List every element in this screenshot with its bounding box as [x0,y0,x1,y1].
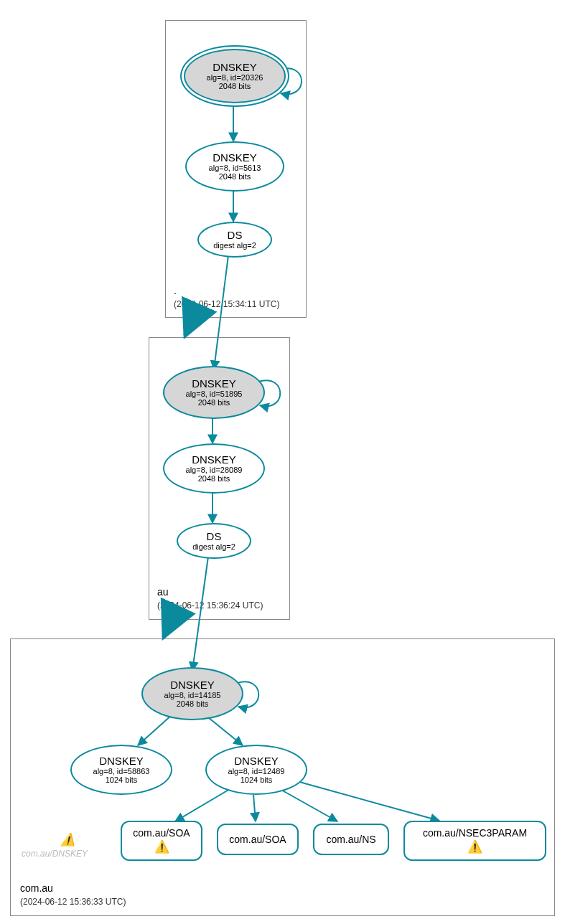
comau-zsk1-alg: alg=8, id=58863 [93,767,150,776]
au-ksk-title: DNSKEY [192,378,236,390]
zone-root-label: . (2024-06-12 15:34:11 UTC) [174,284,279,311]
au-zsk-node[interactable]: DNSKEY alg=8, id=28089 2048 bits [163,443,265,494]
root-ksk-bits: 2048 bits [219,82,251,90]
rrset-ns[interactable]: com.au/NS [313,824,389,855]
rrset-nsec3-label: com.au/NSEC3PARAM [423,826,527,839]
root-ds-node[interactable]: DS digest alg=2 [197,222,272,258]
rrset-ns-label: com.au/NS [326,833,375,846]
au-ds-title: DS [207,531,222,543]
au-ksk-bits: 2048 bits [198,398,230,407]
comau-ksk-title: DNSKEY [170,679,215,692]
root-ksk-node[interactable]: DNSKEY alg=8, id=20326 2048 bits [184,49,286,103]
warning-icon: ⚠️ [154,839,169,855]
comau-zsk1-node[interactable]: DNSKEY alg=8, id=58863 1024 bits [70,745,172,795]
zone-comau-name: com.au [20,882,53,894]
root-zsk-alg: alg=8, id=5613 [209,164,261,172]
comau-zsk2-alg: alg=8, id=12489 [228,767,285,776]
faded-dnskey-text: com.au/DNSKEY [22,849,88,859]
root-ksk-title: DNSKEY [213,62,257,74]
root-zsk-node[interactable]: DNSKEY alg=8, id=5613 2048 bits [185,141,284,192]
rrset-nsec3param[interactable]: com.au/NSEC3PARAM ⚠️ [403,821,546,861]
zone-root-ts: (2024-06-12 15:34:11 UTC) [174,299,279,309]
rrset-soa2-label: com.au/SOA [229,833,286,846]
au-ksk-node[interactable]: DNSKEY alg=8, id=51895 2048 bits [163,366,265,419]
rrset-soa1-label: com.au/SOA [133,826,190,839]
zone-comau-label: com.au (2024-06-12 15:36:33 UTC) [20,882,126,908]
au-zsk-title: DNSKEY [192,454,236,466]
au-zsk-bits: 2048 bits [198,474,230,483]
warning-icon: ⚠️ [467,839,482,855]
rrset-soa1[interactable]: com.au/SOA ⚠️ [121,821,202,861]
comau-ksk-bits: 2048 bits [177,699,209,708]
comau-zsk1-title: DNSKEY [99,755,144,768]
rrset-soa2[interactable]: com.au/SOA [217,824,299,855]
comau-zsk1-bits: 1024 bits [106,776,138,784]
faded-dnskey-label: ⚠️ com.au/DNSKEY [22,832,88,859]
zone-au-ts: (2024-06-12 15:36:24 UTC) [157,600,263,610]
comau-ksk-node[interactable]: DNSKEY alg=8, id=14185 2048 bits [141,667,243,720]
root-ds-alg: digest alg=2 [213,241,256,250]
comau-zsk2-bits: 1024 bits [241,776,273,784]
comau-ksk-alg: alg=8, id=14185 [164,691,221,699]
au-ds-node[interactable]: DS digest alg=2 [177,523,251,559]
root-zsk-bits: 2048 bits [219,172,251,181]
root-zsk-title: DNSKEY [213,152,257,164]
au-zsk-alg: alg=8, id=28089 [186,466,243,474]
zone-comau-ts: (2024-06-12 15:36:33 UTC) [20,897,126,907]
root-ksk-alg: alg=8, id=20326 [207,73,263,82]
zone-au-label: au (2024-06-12 15:36:24 UTC) [157,585,263,612]
zone-root-name: . [174,285,177,296]
warning-icon: ⚠️ [47,832,88,847]
comau-zsk2-title: DNSKEY [234,755,279,768]
comau-zsk2-node[interactable]: DNSKEY alg=8, id=12489 1024 bits [205,745,307,795]
root-ds-title: DS [228,230,243,242]
au-ds-alg: digest alg=2 [192,542,235,551]
au-ksk-alg: alg=8, id=51895 [186,390,243,398]
zone-au-name: au [157,586,169,598]
